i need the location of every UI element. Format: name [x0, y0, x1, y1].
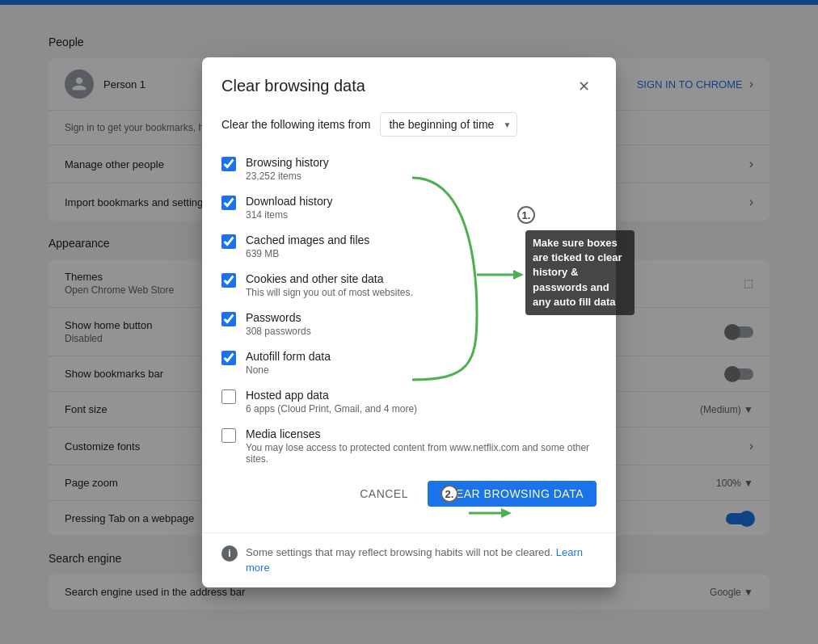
- clear-browsing-data-button[interactable]: CLEAR BROWSING DATA: [428, 481, 597, 507]
- checkbox-browsing-history: Browsing history 23,252 items: [221, 149, 597, 188]
- checkbox-hosted: Hosted app data 6 apps (Cloud Print, Gma…: [221, 382, 597, 421]
- dialog-actions: CANCEL CLEAR BROWSING DATA: [202, 471, 616, 523]
- cookies-checkbox[interactable]: [221, 273, 236, 288]
- clear-browsing-data-dialog: Clear browsing data ✕ Clear the followin…: [202, 57, 616, 587]
- hosted-checkbox[interactable]: [221, 389, 236, 404]
- download-history-label: Download history: [246, 195, 332, 208]
- hosted-sub: 6 apps (Cloud Print, Gmail, and 4 more): [246, 403, 417, 415]
- dialog-title: Clear browsing data: [221, 77, 365, 95]
- time-range-label: Clear the following items from: [221, 118, 370, 131]
- media-label: Media licenses: [246, 427, 597, 440]
- autofill-checkbox[interactable]: [221, 351, 236, 365]
- time-range-select[interactable]: last hour last 24 hours last 7 days last…: [380, 112, 517, 137]
- cancel-button[interactable]: CANCEL: [347, 481, 421, 507]
- dialog-footer-info: i Some settings that may reflect browsin…: [202, 532, 616, 587]
- checkbox-cookies: Cookies and other site data This will si…: [221, 266, 597, 305]
- download-history-checkbox[interactable]: [221, 196, 236, 210]
- browsing-history-label: Browsing history: [246, 156, 329, 169]
- footer-info-text: Some settings that may reflect browsing …: [246, 545, 597, 576]
- checkbox-download-history: Download history 314 items: [221, 188, 597, 227]
- modal-overlay: Clear browsing data ✕ Clear the followin…: [0, 0, 818, 644]
- dialog-close-button[interactable]: ✕: [571, 74, 597, 99]
- cached-sub: 639 MB: [246, 248, 369, 259]
- media-sub: You may lose access to protected content…: [246, 442, 597, 465]
- hosted-label: Hosted app data: [246, 389, 417, 402]
- passwords-sub: 308 passwords: [246, 326, 311, 337]
- browsing-history-sub: 23,252 items: [246, 170, 329, 182]
- cookies-label: Cookies and other site data: [246, 272, 413, 285]
- passwords-checkbox[interactable]: [221, 312, 236, 326]
- download-history-sub: 314 items: [246, 209, 332, 221]
- passwords-label: Passwords: [246, 311, 311, 324]
- dialog-header: Clear browsing data ✕: [202, 57, 616, 106]
- autofill-label: Autofill form data: [246, 350, 331, 363]
- cached-checkbox[interactable]: [221, 234, 236, 249]
- time-range-row: Clear the following items from last hour…: [221, 112, 597, 137]
- time-range-select-wrapper[interactable]: last hour last 24 hours last 7 days last…: [380, 112, 517, 137]
- cached-label: Cached images and files: [246, 234, 369, 246]
- checkbox-autofill: Autofill form data None: [221, 343, 597, 382]
- media-checkbox[interactable]: [221, 428, 236, 443]
- checkbox-cached: Cached images and files 639 MB: [221, 227, 597, 266]
- cookies-sub: This will sign you out of most websites.: [246, 287, 413, 298]
- browsing-history-checkbox[interactable]: [221, 157, 236, 171]
- info-icon: i: [221, 545, 238, 562]
- dialog-body: Clear the following items from last hour…: [202, 106, 616, 471]
- checkbox-media: Media licenses You may lose access to pr…: [221, 421, 597, 471]
- autofill-sub: None: [246, 364, 331, 376]
- checkbox-passwords: Passwords 308 passwords: [221, 305, 597, 343]
